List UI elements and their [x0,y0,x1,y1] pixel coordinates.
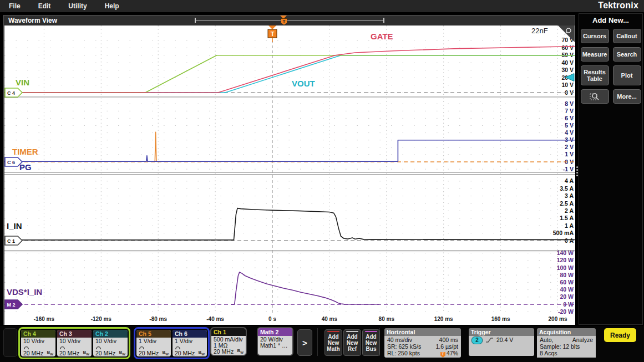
time-axis-label: 200 ms [549,316,567,322]
time-axis-label: -40 ms [206,316,224,322]
acquisition-panel-body: Auto,AnalyzeSample: 12 bits8 Acqs [537,336,596,358]
wave-label-vin: VIN [16,78,29,87]
channel-badge-row: Math1 * … [260,343,290,349]
horizontal-panel[interactable]: Horizontal40 ms/div400 msSR: 625 kS/s1.6… [384,328,461,358]
channel-badge-body: 500 mA/div1 MΩ20 MHzBW [211,336,246,355]
tab-waveform-view[interactable]: Waveform View [8,17,57,24]
channel-badge-ch6[interactable]: Ch 61 V/div20 MHzBW [173,330,207,356]
time-axis-label: -160 ms [34,316,55,322]
menu-edit[interactable]: Edit [29,2,60,10]
channel-badge-text: 10 V/div [59,338,80,344]
channel-badge-ch3[interactable]: Ch 310 V/div20 MHzBW [57,330,92,356]
bandwidth-limit-icon: BW [237,348,244,356]
acquisition-row: 8 Acqs [540,350,593,356]
callout-22nf[interactable]: 22nF [531,27,548,35]
channel-badge-ch2[interactable]: Ch 210 V/div20 MHzBW [93,330,128,356]
bandwidth-limit-icon: BW [83,349,89,356]
scale-tick-label: 60 W [560,279,574,285]
channel-badge-row: 1 V/div [139,338,169,344]
probe-icon [139,345,145,350]
probe-icon [59,345,65,350]
badge-scroll-right-button[interactable]: > [297,329,312,356]
trigger-level-value: 20.4 V [496,336,513,344]
channel-badge-text: 20 MHz [214,349,234,355]
channel-badge-ch5[interactable]: Ch 51 V/div20 MHzBW [136,330,171,356]
scale-tick-label: 4 A [565,177,574,184]
waveform-plot[interactable]: 70 V60 V50 V40 V30 V20 V10 V0 V8 V7 V6 V… [4,26,575,325]
scale-tick-label: 1 V [565,151,574,157]
zoom-overlay-icon[interactable] [581,89,609,104]
horizontal-value-right: 1.6 µs/pt [436,343,459,350]
channel-group-1: Ch 51 V/div20 MHzBWCh 61 V/div20 MHzBW [134,327,210,359]
scroll-left-button[interactable] [3,328,17,357]
channel-badge-text: 20 MHz [59,350,79,356]
channel-color-stripe [346,331,358,332]
channel-badge-ch1[interactable]: Ch 1500 mA/div1 MΩ20 MHzBW [210,327,247,356]
sidebar-button-plot[interactable]: Plot [613,65,641,85]
sidebar-button-search[interactable]: Search [613,47,641,62]
channel-badge-header: Ch 6 [173,330,207,338]
minimap-trigger-marker-icon[interactable]: T [281,18,287,25]
acquisition-status-ready: Ready [604,328,636,342]
trigger-source-badge: 2 [471,336,483,344]
time-axis-label: 160 ms [491,316,510,322]
channel-badge-row: 10 V/div [59,338,89,344]
channel-badge-row: 10 V/div [95,338,125,344]
horizontal-panel-body: 40 ms/div400 msSR: 625 kS/s1.6 µs/ptRL: … [384,336,461,358]
trigger-panel[interactable]: Trigger220.4 V [469,328,534,356]
acquisition-analyze[interactable]: Analyze [572,336,593,343]
channel-badge-body: 20 W/divMath1 * … [258,336,292,349]
sidebar-button-results-table[interactable]: Results Table [581,65,609,85]
channel-badge-math2[interactable]: Math 220 W/divMath1 * … [257,327,293,356]
probe-icon [23,345,29,350]
channel-badge-header: Ch 1 [211,328,246,336]
time-axis-label: -80 ms [149,316,167,322]
add-new-ref-button[interactable]: AddNewRef [343,329,361,356]
scale-tick-label: 40 V [561,59,574,66]
horizontal-value-left: SR: 625 kS/s [387,343,421,350]
add-new-label: AddNewRef [347,334,358,352]
record-position-minimap[interactable]: T [195,16,384,26]
menu-file[interactable]: File [0,2,29,10]
time-axis-label: 120 ms [434,316,453,322]
channel-badge-header: Ch 3 [57,330,92,338]
horizontal-row: RL: 250 kptsT47% [387,350,458,356]
wave-label-vds-i-in: VDS*I_IN [7,287,42,297]
wave-label-vout: VOUT [292,79,315,88]
channel-color-stripe [327,331,339,332]
acquisition-row: Sample: 12 bits [540,343,593,350]
channel-badge-row: 10 V/div [23,338,53,344]
channel-badge-header: Ch 4 [21,330,55,338]
scale-tick-label: 8 V [565,100,574,107]
horizontal-panel-title: Horizontal [384,328,461,336]
menu-help[interactable]: Help [96,2,128,10]
sidebar-button-measure[interactable]: Measure [581,47,609,62]
scale-tick-label: 1.5 A [560,215,574,221]
scale-tick-label: 30 V [561,67,574,73]
scale-tick-label: 6 V [565,115,574,121]
add-new-bus-button[interactable]: AddNewBus [362,329,380,356]
menu-utility[interactable]: Utility [59,2,95,10]
channel-badge-row: 20 MHzBW [214,349,244,355]
acquisition-mode: Auto, [540,336,554,343]
sidebar-button-more-[interactable]: More... [613,89,641,104]
ground-marker-label: M 2 [7,302,15,308]
acquisition-row: Auto,Analyze [540,336,593,343]
waveform-window: Waveform View T 70 V60 V50 V40 V30 V20 V… [3,15,575,325]
add-new-header: Add New... [579,16,642,24]
sidebar-button-callout[interactable]: Callout [613,29,641,43]
scale-tick-label: 5 V [565,122,574,129]
waveform-tab-bar: Waveform View T [4,16,575,26]
acquisition-panel[interactable]: AcquisitionAuto,AnalyzeSample: 12 bits8 … [537,328,596,359]
channel-badge-row: 20 MHzBW [23,350,53,356]
channel-badge-body: 1 V/div20 MHzBW [136,338,171,356]
scale-tick-label: 60 V [561,44,574,51]
sidebar-button-cursors[interactable]: Cursors [581,29,609,43]
scale-tick-label: 40 W [560,286,574,293]
menu-bar: FileEditUtilityHelp [0,0,644,12]
add-new-math-button[interactable]: AddNewMath [324,329,342,356]
scale-tick-label: 10 V [561,81,574,88]
channel-badge-row: 20 MHzBW [139,350,169,356]
trigger-badge-label: T [271,30,275,37]
channel-badge-ch4[interactable]: Ch 410 V/div20 MHzBW [21,330,55,356]
